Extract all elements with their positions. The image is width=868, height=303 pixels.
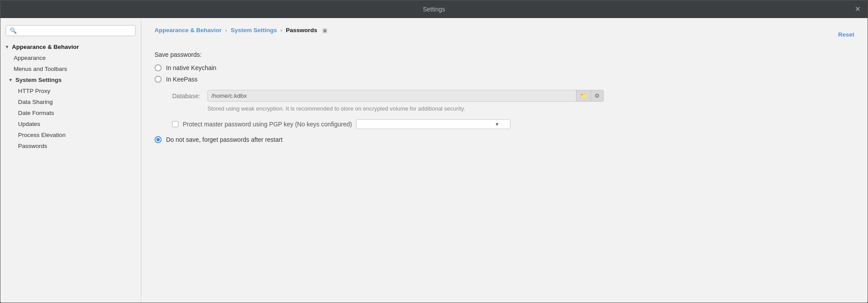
radio-group: In native Keychain In KeePass bbox=[155, 64, 854, 83]
pgp-dropdown[interactable]: ▼ bbox=[356, 119, 510, 129]
radio-keepass-row: In KeePass bbox=[155, 76, 854, 83]
breadcrumb-sep-2: › bbox=[281, 27, 282, 33]
radio-native-keychain[interactable] bbox=[155, 64, 162, 71]
close-button[interactable]: ✕ bbox=[855, 6, 861, 13]
sidebar-section-label: Appearance & Behavior bbox=[12, 44, 79, 50]
sidebar-item-http-proxy[interactable]: HTTP Proxy bbox=[0, 85, 141, 96]
search-box[interactable]: 🔍 bbox=[6, 25, 136, 36]
breadcrumb-sep-1: › bbox=[225, 27, 227, 33]
reset-button[interactable]: Reset bbox=[838, 31, 854, 38]
pgp-label: Protect master password using PGP key (N… bbox=[183, 121, 352, 128]
chevron-down-icon: ▼ bbox=[495, 122, 499, 127]
window-body: 🔍 ▼ Appearance & Behavior Appearance Men… bbox=[0, 18, 868, 303]
weak-encryption-note: Stored using weak encryption. It is reco… bbox=[207, 104, 560, 113]
database-label: Database: bbox=[172, 92, 203, 100]
chevron-down-icon: ▼ bbox=[8, 78, 13, 82]
folder-icon: 📁 bbox=[580, 92, 587, 99]
radio-keepass[interactable] bbox=[155, 76, 162, 83]
database-row: Database: 📁 ⚙ bbox=[172, 90, 854, 102]
breadcrumb-current: Passwords bbox=[286, 27, 317, 33]
sidebar-item-updates[interactable]: Updates bbox=[0, 118, 141, 129]
breadcrumb-system-settings[interactable]: System Settings bbox=[231, 27, 277, 33]
database-input[interactable] bbox=[208, 90, 576, 101]
sidebar-item-process-elevation[interactable]: Process Elevation bbox=[0, 129, 141, 140]
sidebar-item-appearance[interactable]: Appearance bbox=[0, 52, 141, 63]
search-icon: 🔍 bbox=[10, 27, 17, 34]
sidebar-item-system-settings[interactable]: ▼ System Settings bbox=[0, 74, 141, 85]
sidebar-section-appearance-behavior: ▼ Appearance & Behavior Appearance Menus… bbox=[0, 41, 141, 152]
title-bar: Settings ✕ bbox=[0, 0, 868, 18]
radio-do-not-save-row: Do not save, forget passwords after rest… bbox=[155, 136, 854, 143]
breadcrumb-row: Appearance & Behavior › System Settings … bbox=[155, 27, 854, 42]
database-input-wrap: 📁 ⚙ bbox=[207, 90, 604, 102]
radio-keepass-label: In KeePass bbox=[166, 76, 198, 83]
sidebar-item-passwords[interactable]: Passwords bbox=[0, 140, 141, 152]
sidebar-item-date-formats[interactable]: Date Formats bbox=[0, 107, 141, 118]
radio-native-keychain-label: In native Keychain bbox=[166, 64, 216, 71]
sidebar-item-appearance-behavior[interactable]: ▼ Appearance & Behavior bbox=[0, 41, 141, 52]
window-title: Settings bbox=[423, 6, 445, 13]
breadcrumb: Appearance & Behavior › System Settings … bbox=[155, 27, 327, 33]
radio-do-not-save-label: Do not save, forget passwords after rest… bbox=[166, 136, 283, 143]
pgp-row: Protect master password using PGP key (N… bbox=[172, 119, 854, 129]
database-browse-button[interactable]: 📁 bbox=[576, 90, 591, 101]
save-passwords-label: Save passwords: bbox=[155, 51, 854, 58]
sidebar: 🔍 ▼ Appearance & Behavior Appearance Men… bbox=[0, 18, 141, 303]
breadcrumb-menu-icon[interactable]: ▣ bbox=[322, 27, 327, 33]
pgp-checkbox[interactable] bbox=[172, 121, 178, 127]
database-gear-button[interactable]: ⚙ bbox=[591, 90, 603, 101]
sidebar-item-menus-toolbars[interactable]: Menus and Toolbars bbox=[0, 63, 141, 74]
chevron-down-icon: ▼ bbox=[5, 44, 9, 49]
breadcrumb-appearance-behavior[interactable]: Appearance & Behavior bbox=[155, 27, 222, 33]
search-input[interactable] bbox=[19, 27, 132, 34]
radio-native-keychain-row: In native Keychain bbox=[155, 64, 854, 71]
gear-icon: ⚙ bbox=[595, 92, 600, 99]
radio-do-not-save[interactable] bbox=[155, 136, 162, 143]
main-content: Appearance & Behavior › System Settings … bbox=[141, 18, 868, 303]
sidebar-item-data-sharing[interactable]: Data Sharing bbox=[0, 96, 141, 107]
settings-window: Settings ✕ 🔍 ▼ Appearance & Behavior App… bbox=[0, 0, 868, 303]
keepass-sub-options: Database: 📁 ⚙ Stored using weak encrypti… bbox=[172, 90, 854, 113]
